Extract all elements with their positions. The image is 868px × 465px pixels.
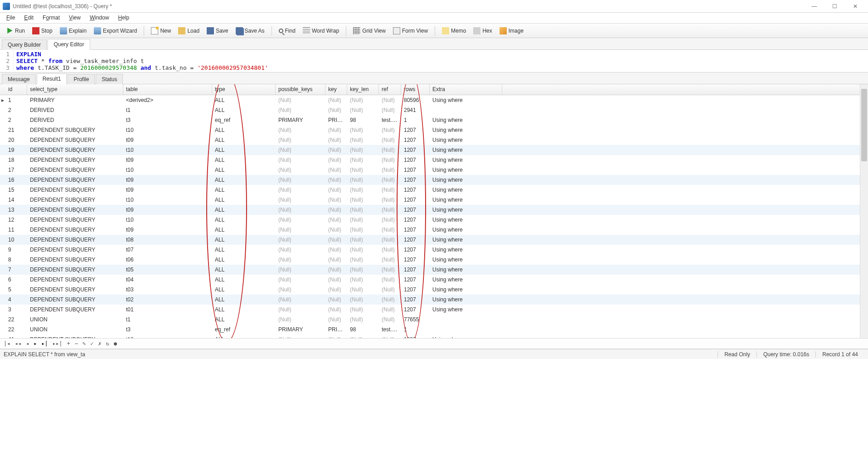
cell[interactable]: (Null) xyxy=(347,96,379,105)
cell[interactable]: 15 xyxy=(5,185,27,194)
col-header-type[interactable]: type xyxy=(212,84,276,95)
cell[interactable]: ALL xyxy=(212,175,276,184)
cell[interactable]: (Null) xyxy=(379,215,401,224)
cell[interactable]: ALL xyxy=(212,255,276,264)
cell[interactable]: (Null) xyxy=(276,255,325,264)
cell[interactable]: t09 xyxy=(123,185,212,194)
cell[interactable]: (Null) xyxy=(379,295,401,304)
cell[interactable]: test.t1.E xyxy=(379,325,401,334)
cell[interactable]: t09 xyxy=(123,205,212,214)
cell[interactable]: DEPENDENT SUBQUERY xyxy=(27,145,123,155)
gridview-button[interactable]: Grid View xyxy=(350,25,389,36)
cell[interactable]: 1207 xyxy=(401,205,430,214)
export-wizard-button[interactable]: Export Wizard xyxy=(91,25,140,36)
cell[interactable]: (Null) xyxy=(347,305,379,314)
col-header-ref[interactable]: ref xyxy=(379,84,401,95)
table-row[interactable]: 19DEPENDENT SUBQUERYt10ALL(Null)(Null)(N… xyxy=(0,145,860,155)
cell[interactable]: Using where xyxy=(430,145,502,155)
cell[interactable]: (Null) xyxy=(276,136,325,145)
cell[interactable]: 80596 xyxy=(401,96,430,105)
cell[interactable]: 1207 xyxy=(401,165,430,174)
cell[interactable]: Using where xyxy=(430,295,502,304)
cell[interactable]: Using where xyxy=(430,126,502,135)
cell[interactable]: (Null) xyxy=(379,285,401,294)
menu-view[interactable]: View xyxy=(64,13,85,23)
cell[interactable]: 2 xyxy=(5,106,27,115)
cell[interactable]: (Null) xyxy=(325,136,347,145)
cell[interactable]: t10 xyxy=(123,335,212,338)
cell[interactable]: 1207 xyxy=(401,136,430,145)
table-row[interactable]: 3DEPENDENT SUBQUERYt01ALL(Null)(Null)(Nu… xyxy=(0,305,860,315)
cell[interactable]: ALL xyxy=(212,155,276,165)
cell[interactable] xyxy=(430,109,502,111)
cell[interactable]: 1 xyxy=(401,325,430,334)
cell[interactable]: (Null) xyxy=(379,195,401,204)
cell[interactable]: (Null) xyxy=(276,96,325,105)
cell[interactable]: 41 xyxy=(5,335,27,338)
cell[interactable]: (Null) xyxy=(325,275,347,284)
cell[interactable]: PRIMAR xyxy=(325,325,347,334)
cell[interactable]: (Null) xyxy=(379,96,401,105)
cell[interactable]: Using where xyxy=(430,96,502,105)
cell[interactable]: (Null) xyxy=(325,96,347,105)
cell[interactable]: DEPENDENT SUBQUERY xyxy=(27,285,123,294)
cell[interactable]: 14 xyxy=(5,195,27,204)
cell[interactable]: t10 xyxy=(123,126,212,135)
cell[interactable]: (Null) xyxy=(347,275,379,284)
cell[interactable]: 5 xyxy=(5,285,27,294)
image-button[interactable]: Image xyxy=(496,25,527,36)
cell[interactable]: Using where xyxy=(430,165,502,174)
cell[interactable]: Using where xyxy=(430,195,502,204)
cell[interactable]: PRIMAR xyxy=(325,116,347,125)
cell[interactable]: Using where xyxy=(430,275,502,284)
cell[interactable]: 1207 xyxy=(401,145,430,155)
cell[interactable]: 1207 xyxy=(401,305,430,314)
formview-button[interactable]: Form View xyxy=(390,25,431,36)
cell[interactable] xyxy=(430,318,502,321)
cell[interactable]: ALL xyxy=(212,265,276,274)
cell[interactable]: ALL xyxy=(212,245,276,254)
cell[interactable]: ALL xyxy=(212,285,276,294)
cell[interactable]: t05 xyxy=(123,265,212,274)
cell[interactable]: Using where xyxy=(430,285,502,294)
cell[interactable]: DEPENDENT SUBQUERY xyxy=(27,305,123,314)
cell[interactable]: (Null) xyxy=(347,285,379,294)
cell[interactable]: DEPENDENT SUBQUERY xyxy=(27,185,123,194)
table-row[interactable]: 20DEPENDENT SUBQUERYt09ALL(Null)(Null)(N… xyxy=(0,135,860,145)
cell[interactable]: (Null) xyxy=(379,145,401,155)
cell[interactable]: (Null) xyxy=(325,265,347,274)
cell[interactable]: t10 xyxy=(123,215,212,224)
cell[interactable]: (Null) xyxy=(379,155,401,165)
cell[interactable]: 18 xyxy=(5,155,27,165)
cell[interactable]: Using where xyxy=(430,175,502,184)
cell[interactable]: (Null) xyxy=(347,225,379,234)
cell[interactable]: 1207 xyxy=(401,215,430,224)
cell[interactable]: 1207 xyxy=(401,295,430,304)
grid-body[interactable]: ▸1PRIMARY<derived2>ALL(Null)(Null)(Null)… xyxy=(0,95,860,338)
table-row[interactable]: 11DEPENDENT SUBQUERYt09ALL(Null)(Null)(N… xyxy=(0,225,860,235)
table-row[interactable]: ▸1PRIMARY<derived2>ALL(Null)(Null)(Null)… xyxy=(0,95,860,105)
cell[interactable]: (Null) xyxy=(347,215,379,224)
explain-button[interactable]: Explain xyxy=(57,25,90,36)
cell[interactable]: 22 xyxy=(5,325,27,334)
cell[interactable]: Using where xyxy=(430,136,502,145)
cell[interactable]: (Null) xyxy=(379,126,401,135)
memo-button[interactable]: Memo xyxy=(439,25,469,36)
nav-next-page[interactable]: ▸| xyxy=(41,340,48,347)
table-row[interactable]: 2DERIVEDt3eq_refPRIMARYPRIMAR98test.t1.E… xyxy=(0,115,860,125)
nav-add[interactable]: + xyxy=(67,340,70,347)
new-button[interactable]: New xyxy=(148,25,174,36)
cell[interactable]: (Null) xyxy=(379,305,401,314)
table-row[interactable]: 5DEPENDENT SUBQUERYt03ALL(Null)(Null)(Nu… xyxy=(0,285,860,295)
cell[interactable]: DERIVED xyxy=(27,116,123,125)
col-header-extra[interactable]: Extra xyxy=(430,84,502,95)
cell[interactable]: t09 xyxy=(123,136,212,145)
nav-prev[interactable]: ◂ xyxy=(26,340,29,347)
cell[interactable]: t09 xyxy=(123,175,212,184)
cell[interactable]: (Null) xyxy=(325,225,347,234)
cell[interactable]: (Null) xyxy=(347,315,379,324)
cell[interactable]: 4 xyxy=(5,295,27,304)
cell[interactable]: 9 xyxy=(5,245,27,254)
menu-edit[interactable]: Edit xyxy=(19,13,38,23)
saveas-button[interactable]: Save As xyxy=(233,25,268,36)
